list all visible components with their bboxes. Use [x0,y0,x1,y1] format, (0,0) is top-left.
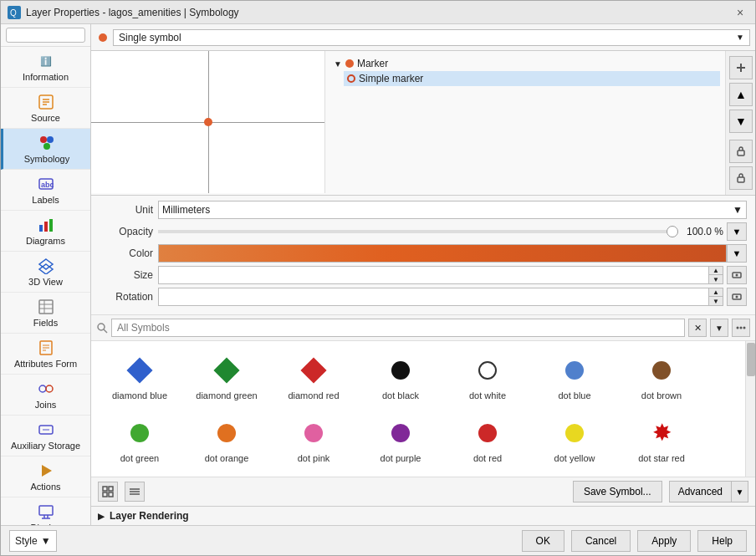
library-search-clear-btn[interactable]: ✕ [688,319,707,337]
symbol-item-dot-red[interactable]: dot red [446,411,529,470]
layer-rendering-label: Layer Rendering [110,510,189,522]
sidebar-item-label: Fields [33,318,58,328]
svg-point-7 [47,136,54,143]
style-dropdown-arrow: ▼ [41,535,51,547]
scroll-thumb[interactable] [747,343,755,376]
layer-rendering-toggle[interactable]: ▶ Layer Rendering [98,510,748,522]
unit-select[interactable]: Millimeters ▼ [158,201,747,219]
advanced-btn[interactable]: Advanced [669,481,732,502]
svg-rect-12 [44,222,48,232]
svg-text:abc: abc [41,181,54,189]
symbol-item-dot-white[interactable]: dot white [446,348,529,407]
symbol-library: ✕ ▼ diamond blue diamond green diamond r… [91,315,755,506]
symbol-item-diamond-blue[interactable]: diamond blue [98,348,181,407]
sidebar-item-symbology[interactable]: Symbology [1,129,90,170]
tree-item-simple-marker[interactable]: Simple marker [344,71,720,86]
sidebar-item-3dview[interactable]: 3D View [1,252,90,293]
sidebar-item-fields[interactable]: Fields [1,293,90,334]
rotation-down-btn[interactable]: ▼ [709,297,723,305]
symbol-item-dot-yellow[interactable]: dot yellow [533,411,616,470]
size-up-btn[interactable]: ▲ [709,267,723,275]
svg-point-57 [736,274,738,277]
renderer-select[interactable]: Single symbol ▼ [113,29,750,46]
rotation-menu-btn[interactable] [727,288,747,306]
ok-button[interactable]: OK [522,530,564,552]
symbol-item-diamond-red[interactable]: diamond red [272,348,355,407]
opacity-menu-btn[interactable]: ▼ [727,222,747,241]
sidebar-item-display[interactable]: Display [1,497,90,525]
renderer-select-label: Single symbol [119,32,181,43]
apply-button[interactable]: Apply [637,530,691,552]
attributes-form-icon [37,339,55,357]
color-menu-btn[interactable]: ▼ [727,244,747,263]
preview-marker [204,118,212,126]
symbol-item-dot-orange[interactable]: dot orange [185,411,268,470]
tree-item-marker[interactable]: ▼ Marker [330,56,720,71]
circle-shape [565,424,584,442]
grid-view-btn[interactable] [98,482,118,502]
opacity-row: Opacity 100.0 % ▼ [100,222,747,241]
symbol-icon-dot-pink [297,416,330,450]
size-input[interactable]: 2.00000 [158,266,709,284]
app-icon: Q [8,6,21,19]
library-menu-btn[interactable] [732,319,750,337]
library-scrollbar[interactable] [745,341,755,477]
main-layout: ℹ️ Information Source Symbology abc Labe [1,24,755,525]
opacity-slider[interactable] [158,230,678,233]
list-view-btn[interactable] [125,482,145,502]
svg-point-63 [740,327,743,329]
symbol-item-dot-green[interactable]: dot green [98,411,181,470]
sidebar-item-labels[interactable]: abc Labels [1,170,90,211]
symbol-icon-dot-purple [384,416,417,450]
size-menu-btn[interactable] [727,266,747,284]
symbol-item-diamond-green[interactable]: diamond green [185,348,268,407]
unit-dropdown-arrow: ▼ [733,204,743,216]
help-button[interactable]: Help [697,530,747,552]
diamond-shape [126,357,152,383]
sidebar-item-auxiliary-storage[interactable]: Auxiliary Storage [1,416,90,457]
symbol-item-dot-black[interactable]: dot black [359,348,442,407]
lock-top-btn[interactable] [729,140,753,163]
rotation-control: 0.00 ° ▲ ▼ [158,288,747,306]
sidebar-item-joins[interactable]: Joins [1,375,90,416]
rotation-up-btn[interactable]: ▲ [709,288,723,297]
symbol-icon-dot-orange [210,416,243,450]
svg-point-59 [736,296,738,298]
symbol-item-dot-brown[interactable]: dot brown [620,348,703,407]
symbol-side-buttons: ▲ ▼ [725,51,755,195]
close-button[interactable]: × [732,4,748,21]
save-symbol-btn[interactable]: Save Symbol... [573,481,662,502]
joins-icon [37,380,55,398]
lock-bottom-btn[interactable] [729,166,753,190]
cancel-button[interactable]: Cancel [571,530,631,552]
add-symbol-btn[interactable] [729,56,753,79]
size-down-btn[interactable]: ▼ [709,275,723,283]
sidebar-item-attributes-form[interactable]: Attributes Form [1,334,90,375]
diamond-shape [213,357,239,383]
move-up-btn[interactable]: ▲ [729,83,753,106]
svg-rect-67 [103,492,107,497]
library-dropdown-btn[interactable]: ▼ [710,319,728,337]
symbol-preview [91,51,325,193]
symbol-item-dot-purple[interactable]: dot purple [359,411,442,470]
circle-shape [565,361,584,380]
sidebar-item-label: Symbology [24,154,69,164]
library-search-input[interactable] [111,319,685,337]
symbol-item-dot-star[interactable]: ✸ dot star red [620,411,703,470]
sidebar-item-source[interactable]: Source [1,88,90,129]
circle-shape [652,361,671,380]
symbol-item-dot-blue[interactable]: dot blue [533,348,616,407]
sidebar-item-diagrams[interactable]: Diagrams [1,211,90,252]
svg-rect-66 [109,487,113,491]
rotation-input[interactable]: 0.00 ° [158,288,709,306]
move-down-btn[interactable]: ▼ [729,110,753,133]
symbol-item-dot-pink[interactable]: dot pink [272,411,355,470]
sidebar-search-input[interactable] [6,28,85,43]
style-select[interactable]: Style ▼ [9,530,57,552]
color-picker[interactable] [158,244,727,263]
sidebar-item-actions[interactable]: Actions [1,457,90,497]
advanced-dropdown-arrow[interactable]: ▼ [732,481,748,502]
symbol-icon-diamond-blue [123,354,156,387]
advanced-btn-group: Advanced ▼ [669,481,748,502]
sidebar-item-information[interactable]: ℹ️ Information [1,47,90,88]
